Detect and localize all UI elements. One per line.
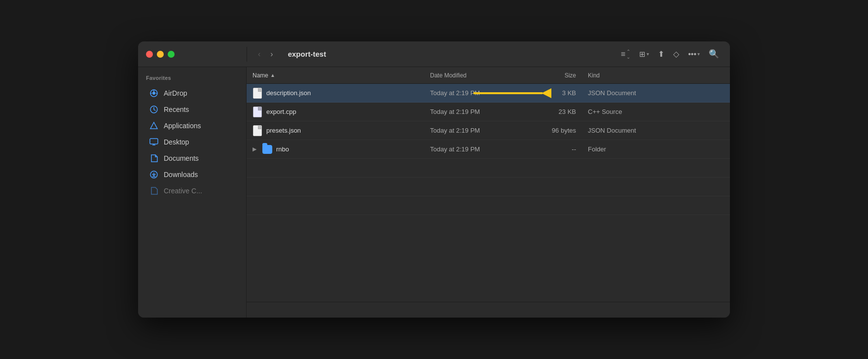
applications-icon [149, 121, 159, 131]
sidebar-item-downloads[interactable]: Downloads [141, 167, 243, 182]
file-name-cell: description.json [247, 87, 424, 99]
file-browser: Name ▲ Date Modified Size Kind descripti… [247, 67, 730, 318]
file-icon [253, 106, 262, 118]
view-list-button[interactable]: ≡ ⌃⌄ [618, 47, 633, 62]
sidebar-item-label: Downloads [164, 171, 198, 179]
main-content: Favorites AirDrop [138, 67, 730, 318]
desktop-icon [149, 137, 159, 147]
file-size-cell: -- [523, 145, 582, 153]
file-size-cell: 23 KB [523, 108, 582, 115]
table-row[interactable]: ▶ rnbo Today at 2:19 PM -- Folder [247, 140, 730, 159]
file-name-cell: ▶ rnbo [247, 144, 424, 155]
table-row[interactable]: presets.json Today at 2:19 PM 96 bytes J… [247, 121, 730, 140]
minimize-button[interactable] [157, 51, 164, 58]
folder-icon [262, 144, 272, 155]
share-button[interactable]: ⬆ [655, 47, 667, 61]
sort-arrow-icon: ▲ [270, 72, 275, 78]
file-kind-cell: JSON Document [582, 127, 730, 134]
sidebar-item-label: Documents [164, 154, 199, 162]
file-name: rnbo [276, 145, 289, 153]
file-icon [253, 125, 262, 137]
file-name-cell: export.cpp [247, 106, 424, 118]
file-kind-cell: Folder [582, 145, 730, 153]
col-size-header[interactable]: Size [523, 72, 582, 79]
svg-point-1 [152, 92, 155, 95]
sidebar-item-applications[interactable]: Applications [141, 118, 243, 134]
list-view-icon: ≡ [621, 50, 625, 59]
file-size-cell: 96 bytes [523, 127, 582, 134]
recents-icon [149, 105, 159, 114]
sidebar-item-airdrop[interactable]: AirDrop [141, 85, 243, 101]
more-chevron-icon: ▾ [697, 51, 700, 57]
toolbar-right: ≡ ⌃⌄ ⊞ ▾ ⬆ ◇ ••• ▾ 🔍 [618, 47, 722, 62]
status-bar [247, 302, 730, 318]
sidebar-item-label: Applications [164, 122, 201, 130]
file-icon [253, 87, 262, 99]
file-size-cell: 3 KB [523, 89, 582, 97]
back-button[interactable]: ‹ [255, 48, 263, 61]
empty-row [247, 196, 730, 215]
table-row[interactable]: export.cpp Today at 2:19 PM 23 KB C++ So… [247, 103, 730, 121]
file-name: presets.json [266, 127, 301, 134]
toolbar: ‹ › export-test ≡ ⌃⌄ ⊞ ▾ ⬆ ◇ [247, 47, 730, 62]
file-kind-cell: JSON Document [582, 89, 730, 97]
file-name-cell: presets.json [247, 125, 424, 137]
view-grid-button[interactable]: ⊞ ▾ [636, 48, 652, 61]
share-icon: ⬆ [658, 49, 664, 59]
svg-rect-3 [150, 139, 158, 144]
creative-icon [149, 186, 159, 196]
empty-row [247, 159, 730, 178]
ellipsis-icon: ••• [688, 50, 696, 59]
titlebar: ‹ › export-test ≡ ⌃⌄ ⊞ ▾ ⬆ ◇ [138, 41, 730, 67]
downloads-icon [149, 170, 159, 180]
file-modified-cell: Today at 2:19 PM [424, 89, 523, 97]
sidebar: Favorites AirDrop [138, 67, 247, 318]
file-modified-cell: Today at 2:19 PM [424, 108, 523, 115]
file-list: description.json Today at 2:19 PM 3 KB J… [247, 84, 730, 302]
forward-button[interactable]: › [267, 48, 276, 61]
file-modified-cell: Today at 2:19 PM [424, 127, 523, 134]
expand-icon[interactable]: ▶ [253, 146, 256, 152]
sidebar-item-documents[interactable]: Documents [141, 150, 243, 166]
col-kind-header[interactable]: Kind [582, 72, 730, 79]
table-row[interactable]: description.json Today at 2:19 PM 3 KB J… [247, 84, 730, 103]
file-modified-cell: Today at 2:19 PM [424, 145, 523, 153]
sidebar-item-desktop[interactable]: Desktop [141, 134, 243, 150]
file-name: export.cpp [266, 108, 296, 115]
file-name: description.json [266, 89, 311, 97]
airdrop-icon [149, 88, 159, 98]
chevron-up-down-icon: ⌃⌄ [626, 49, 630, 60]
window-title: export-test [288, 50, 326, 58]
sidebar-item-label: Desktop [164, 138, 189, 146]
sidebar-item-creative[interactable]: Creative C... [141, 183, 243, 199]
col-name-header[interactable]: Name ▲ [247, 72, 424, 79]
grid-chevron-icon: ▾ [647, 51, 649, 57]
sidebar-item-label: Recents [164, 106, 189, 113]
sidebar-top [138, 41, 247, 67]
more-button[interactable]: ••• ▾ [685, 48, 703, 61]
traffic-lights [146, 51, 175, 58]
finder-window: ‹ › export-test ≡ ⌃⌄ ⊞ ▾ ⬆ ◇ [138, 41, 730, 318]
close-button[interactable] [146, 51, 153, 58]
tag-button[interactable]: ◇ [670, 47, 682, 61]
col-modified-header[interactable]: Date Modified [424, 72, 523, 79]
search-button[interactable]: 🔍 [706, 47, 722, 61]
column-header: Name ▲ Date Modified Size Kind [247, 67, 730, 84]
sidebar-item-recents[interactable]: Recents [141, 102, 243, 117]
grid-view-icon: ⊞ [639, 50, 646, 59]
sidebar-item-label: Creative C... [164, 187, 202, 195]
search-icon: 🔍 [709, 49, 719, 59]
tag-icon: ◇ [673, 49, 679, 59]
maximize-button[interactable] [168, 51, 175, 58]
sidebar-item-label: AirDrop [164, 89, 187, 97]
file-kind-cell: C++ Source [582, 108, 730, 115]
documents-icon [149, 153, 159, 163]
empty-row [247, 178, 730, 196]
favorites-label: Favorites [138, 75, 246, 85]
